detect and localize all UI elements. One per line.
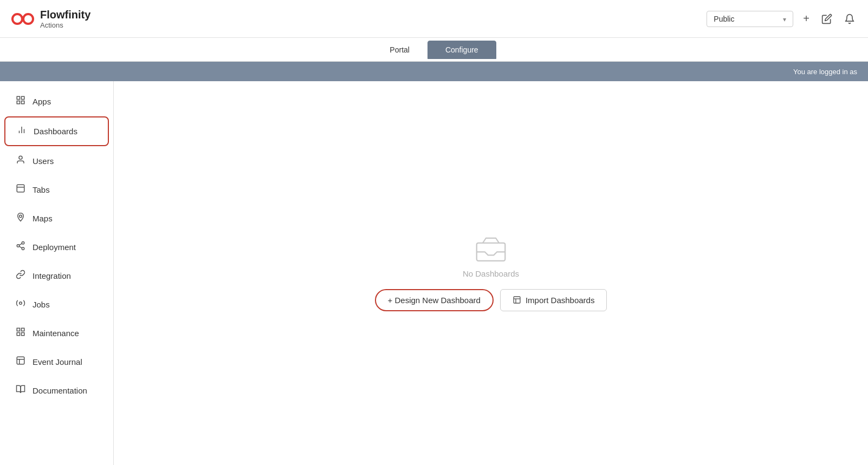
svg-rect-19 <box>17 328 20 331</box>
sidebar-item-users[interactable]: Users <box>4 147 109 175</box>
empty-state-text: No Dashboards <box>463 269 519 278</box>
logo-text: Flowfinity Actions <box>40 9 90 29</box>
edit-icon <box>821 14 832 24</box>
bell-icon <box>844 14 855 24</box>
sidebar-item-maintenance[interactable]: Maintenance <box>4 319 109 347</box>
svg-point-15 <box>22 247 24 250</box>
sidebar-item-apps[interactable]: Apps <box>4 88 109 115</box>
sidebar-item-integration[interactable]: Integration <box>4 262 109 290</box>
bell-button[interactable] <box>842 11 857 27</box>
sidebar-item-tabs-label: Tabs <box>33 185 50 194</box>
svg-point-12 <box>20 215 22 218</box>
sidebar-item-dashboards[interactable]: Dashboards <box>4 116 109 146</box>
empty-dashboards-icon <box>475 235 507 263</box>
event-journal-icon <box>15 356 26 368</box>
action-buttons: + Design New Dashboard Import Dashboards <box>375 289 607 311</box>
public-dropdown[interactable]: Public <box>707 11 793 27</box>
brand-name: Flowfinity <box>40 9 90 21</box>
edit-button[interactable] <box>819 11 834 27</box>
svg-rect-22 <box>17 333 20 336</box>
sidebar: Apps Dashboards Users Tabs Maps <box>0 81 114 465</box>
status-bar: You are logged in as <box>0 62 868 81</box>
sidebar-item-event-journal[interactable]: Event Journal <box>4 348 109 376</box>
sidebar-item-apps-label: Apps <box>33 97 51 106</box>
users-icon <box>15 155 26 167</box>
brand-sub: Actions <box>40 21 90 29</box>
status-text: You are logged in as <box>793 68 857 76</box>
svg-line-16 <box>19 246 22 248</box>
svg-rect-20 <box>22 328 24 331</box>
tab-portal[interactable]: Portal <box>372 41 427 59</box>
logo-area: Flowfinity Actions <box>11 7 90 31</box>
tab-bar: Portal Configure <box>0 38 868 62</box>
svg-rect-23 <box>17 357 24 364</box>
svg-point-18 <box>20 302 22 305</box>
dashboards-icon <box>16 125 27 137</box>
sidebar-item-jobs[interactable]: Jobs <box>4 291 109 318</box>
svg-point-13 <box>22 242 24 245</box>
jobs-icon <box>15 298 26 311</box>
sidebar-item-tabs[interactable]: Tabs <box>4 176 109 204</box>
sidebar-item-documentation[interactable]: Documentation <box>4 377 109 404</box>
svg-point-9 <box>19 156 22 159</box>
import-dashboards-button[interactable]: Import Dashboards <box>500 289 607 311</box>
sidebar-item-maintenance-label: Maintenance <box>33 329 79 338</box>
sidebar-item-maps-label: Maps <box>33 214 53 223</box>
svg-rect-2 <box>17 96 20 99</box>
import-icon <box>513 296 521 304</box>
flowfinity-logo-icon <box>11 7 35 31</box>
header-right: Public + <box>707 10 857 27</box>
sidebar-item-dashboards-label: Dashboards <box>34 127 77 136</box>
sidebar-item-documentation-label: Documentation <box>33 386 87 395</box>
svg-line-17 <box>19 244 22 245</box>
tabs-icon <box>15 184 26 196</box>
content-area: No Dashboards + Design New Dashboard Imp… <box>114 81 868 465</box>
deployment-icon <box>15 241 26 253</box>
documentation-icon <box>15 384 26 397</box>
sidebar-item-users-label: Users <box>33 156 54 166</box>
add-button[interactable]: + <box>801 10 812 27</box>
dropdown-label: Public <box>714 15 734 23</box>
sidebar-item-integration-label: Integration <box>33 271 71 280</box>
svg-rect-10 <box>17 185 24 192</box>
main-layout: Apps Dashboards Users Tabs Maps <box>0 81 868 465</box>
maintenance-icon <box>15 327 26 339</box>
sidebar-item-deployment-label: Deployment <box>33 243 76 252</box>
import-button-label: Import Dashboards <box>526 296 595 305</box>
svg-rect-27 <box>514 297 520 303</box>
tab-configure[interactable]: Configure <box>427 41 496 59</box>
chevron-down-icon <box>783 15 786 23</box>
apps-icon <box>15 95 26 108</box>
svg-rect-21 <box>22 333 24 336</box>
svg-rect-4 <box>22 101 24 104</box>
svg-rect-5 <box>17 101 20 104</box>
design-new-dashboard-button[interactable]: + Design New Dashboard <box>375 289 494 311</box>
svg-point-1 <box>23 14 33 24</box>
svg-rect-3 <box>22 96 24 99</box>
maps-icon <box>15 212 26 225</box>
sidebar-item-maps[interactable]: Maps <box>4 205 109 232</box>
sidebar-item-deployment[interactable]: Deployment <box>4 233 109 261</box>
svg-point-14 <box>17 245 20 247</box>
integration-icon <box>15 270 26 282</box>
empty-state: No Dashboards <box>463 235 519 278</box>
sidebar-item-event-journal-label: Event Journal <box>33 357 82 366</box>
top-header: Flowfinity Actions Public + <box>0 0 868 38</box>
svg-point-0 <box>12 14 22 24</box>
sidebar-item-jobs-label: Jobs <box>33 300 50 309</box>
